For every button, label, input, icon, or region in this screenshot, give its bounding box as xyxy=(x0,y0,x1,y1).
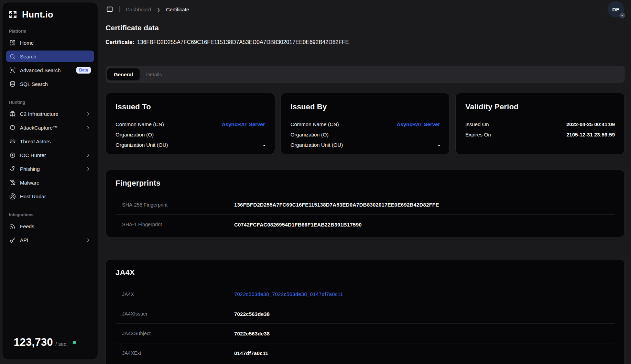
sidebar-item-api[interactable]: API xyxy=(6,234,94,246)
mask-icon xyxy=(9,138,16,145)
sidebar-item-label: Feeds xyxy=(20,223,34,229)
breadcrumb: Dashboard ❯ Certificate xyxy=(126,7,189,12)
table-row-sha1: SHA-1 Fingerprint C0742FCFAC0826954D1FB6… xyxy=(116,214,615,234)
topbar-divider xyxy=(119,6,120,12)
events-per-second-counter: 123,730 / sec. xyxy=(6,336,94,353)
kv-row-organization: Organization (O) xyxy=(291,130,440,140)
sidebar-item-label: SQL Search xyxy=(20,81,48,87)
table-row-ja4xsubject: JA4XSubject 7022c563de38 xyxy=(116,323,615,343)
sidebar-item-label: AttackCapture™ xyxy=(20,125,58,131)
sidebar-item-label: Host Radar xyxy=(20,194,46,199)
breadcrumb-chevron-icon: ❯ xyxy=(157,7,161,12)
database-icon xyxy=(9,81,16,87)
sidebar: Hunt.io Platform Home Search xyxy=(2,2,98,360)
card-title: Issued To xyxy=(116,102,265,111)
huntio-logo-icon xyxy=(8,9,18,20)
sidebar-item-label: IOC Hunter xyxy=(20,152,46,158)
certificate-label: Certificate: xyxy=(106,39,134,45)
topbar: Dashboard ❯ Certificate DE xyxy=(106,0,625,19)
sidebar-item-attackcapture[interactable]: AttackCapture™ xyxy=(6,122,94,133)
kv-row-common-name: Common Name (CN) AsyncRAT Server xyxy=(116,119,265,130)
sidebar-item-malware[interactable]: Malware xyxy=(6,177,94,188)
scan-search-icon xyxy=(9,67,16,74)
sidebar-item-phishing[interactable]: Phishing xyxy=(6,163,94,175)
card-title: Fingerprints xyxy=(116,179,615,188)
common-name-link[interactable]: AsyncRAT Server xyxy=(222,119,265,130)
ja4x-card: JA4X JA4X 7022c563de38_7022c563de38_0147… xyxy=(106,259,625,364)
sidebar-item-label: Phishing xyxy=(20,166,40,172)
key-icon xyxy=(9,237,16,243)
radar-icon xyxy=(9,193,16,200)
ja4x-link[interactable]: 7022c563de38_7022c563de38_0147df7a0c11 xyxy=(234,291,615,297)
sidebar-section-hunting: Hunting C2 Infrastructure xyxy=(6,100,94,204)
sidebar-item-label: Malware xyxy=(20,180,40,186)
certificate-line: Certificate:136FBFD2D255A7FC69C16FE11513… xyxy=(106,39,625,45)
status-dot xyxy=(73,341,76,344)
card-title: Issued By xyxy=(291,102,440,111)
breadcrumb-dashboard[interactable]: Dashboard xyxy=(126,7,151,12)
sidebar-item-host-radar[interactable]: Host Radar xyxy=(6,190,94,202)
chevron-down-icon xyxy=(619,12,626,19)
sidebar-item-label: C2 Infrastructure xyxy=(20,111,58,117)
summary-cards: Issued To Common Name (CN) AsyncRAT Serv… xyxy=(106,93,625,154)
brand-logo[interactable]: Hunt.io xyxy=(6,7,94,21)
sidebar-item-feeds[interactable]: Feeds xyxy=(6,220,94,232)
crosshair-icon xyxy=(9,124,16,131)
rss-icon xyxy=(9,223,16,230)
certificate-hash: 136FBFD2D255A7FC69C16FE115138D7A53ED0A7D… xyxy=(137,39,349,45)
sidebar-item-advanced-search[interactable]: Advanced Search Beta xyxy=(6,64,94,76)
card-title: JA4X xyxy=(116,268,615,277)
section-label: Platform xyxy=(6,29,94,34)
sidebar-item-label: Home xyxy=(20,40,34,46)
sidebar-toggle-button[interactable] xyxy=(106,5,114,13)
sidebar-section-integrations: Integrations Feeds API xyxy=(6,212,94,248)
fingerprints-card: Fingerprints SHA-256 Fingerprint 136FBFD… xyxy=(106,170,625,237)
issued-by-card: Issued By Common Name (CN) AsyncRAT Serv… xyxy=(281,93,450,154)
circle-plus-icon xyxy=(9,152,16,158)
counter-value: 123,730 xyxy=(14,336,53,349)
table-row-ja4x: JA4X 7022c563de38_7022c563de38_0147df7a0… xyxy=(116,284,615,304)
breadcrumb-current: Certificate xyxy=(166,7,189,12)
tab-details[interactable]: Details xyxy=(140,68,168,80)
main-content: Dashboard ❯ Certificate DE Certificate d… xyxy=(105,0,631,364)
table-row-sha256: SHA-256 Fingerprint 136FBFD2D255A7FC69C1… xyxy=(116,195,615,214)
sidebar-item-ioc-hunter[interactable]: IOC Hunter xyxy=(6,149,94,161)
tab-strip: General Details xyxy=(106,66,625,83)
beta-badge: Beta xyxy=(76,67,91,74)
dashboard-icon xyxy=(9,40,16,46)
section-label: Hunting xyxy=(6,100,94,105)
sidebar-item-label: Advanced Search xyxy=(20,67,61,73)
sidebar-item-label: Search xyxy=(20,54,36,59)
hook-icon xyxy=(9,166,16,172)
kv-row-common-name: Common Name (CN) AsyncRAT Server xyxy=(291,119,440,130)
sidebar-item-label: API xyxy=(20,237,28,243)
sidebar-item-threat-actors[interactable]: Threat Actors xyxy=(6,135,94,147)
search-icon xyxy=(9,53,16,60)
sidebar-item-home[interactable]: Home xyxy=(6,37,94,48)
chevron-right-icon xyxy=(86,153,91,158)
validity-period-card: Validity Period Issued On 2022-04-25 00:… xyxy=(455,93,625,154)
kv-row-organization: Organization (O) xyxy=(116,130,265,140)
issued-to-card: Issued To Common Name (CN) AsyncRAT Serv… xyxy=(106,93,275,154)
brand-name: Hunt.io xyxy=(22,9,53,20)
page-title: Certificate data xyxy=(106,24,625,32)
sidebar-item-label: Threat Actors xyxy=(20,139,51,144)
sidebar-item-sql-search[interactable]: SQL Search xyxy=(6,78,94,90)
table-row-ja4xissuer: JA4XIssuer 7022c563de38 xyxy=(116,304,615,323)
kv-row-issued-on: Issued On 2022-04-25 00:41:09 xyxy=(465,119,615,130)
sidebar-item-c2-infrastructure[interactable]: C2 Infrastructure xyxy=(6,108,94,120)
card-title: Validity Period xyxy=(465,102,615,111)
bug-off-icon xyxy=(9,179,16,186)
sidebar-item-search[interactable]: Search xyxy=(6,51,94,62)
chevron-right-icon xyxy=(86,166,91,172)
chevron-right-icon xyxy=(86,238,91,243)
sidebar-section-platform: Platform Home Search xyxy=(6,29,94,92)
kv-row-organization-unit: Organization Unit (OU) - xyxy=(291,140,440,150)
bug-icon xyxy=(9,111,16,117)
tab-general[interactable]: General xyxy=(107,68,140,80)
common-name-link[interactable]: AsyncRAT Server xyxy=(397,119,440,130)
counter-unit: / sec. xyxy=(55,341,68,347)
user-menu[interactable]: DE xyxy=(608,1,625,18)
chevron-right-icon xyxy=(86,125,91,130)
chevron-right-icon xyxy=(86,111,91,117)
